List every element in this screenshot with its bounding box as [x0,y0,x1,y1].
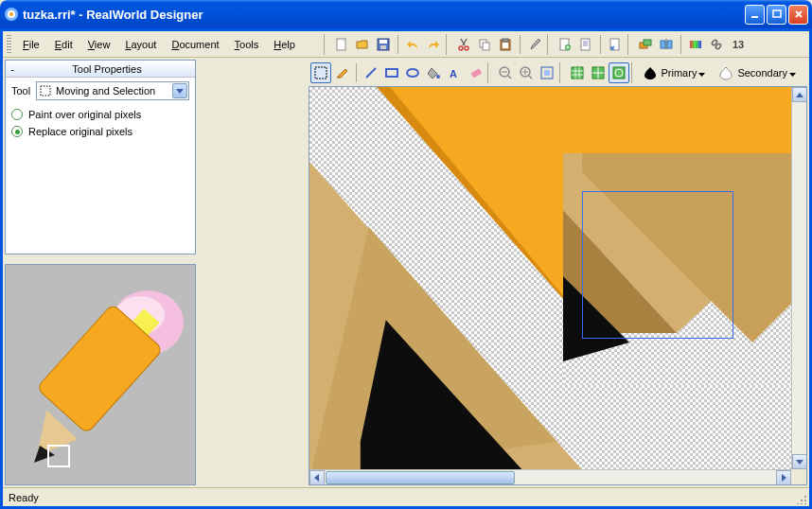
rect-icon[interactable] [381,62,402,83]
save-icon[interactable] [373,34,394,55]
app-icon [4,7,19,22]
radio-icon [11,109,23,120]
cut-icon[interactable] [453,34,474,55]
menu-file[interactable]: File [15,36,47,53]
svg-point-59 [804,503,806,504]
primary-label: Primary [662,67,697,79]
svg-rect-7 [380,40,387,44]
tool-select[interactable]: Moving and Selection [36,81,189,100]
primary-dropdown[interactable] [698,67,707,79]
doc-new-icon[interactable] [555,34,575,55]
svg-point-40 [436,75,440,79]
horizontal-splitter[interactable] [3,256,198,262]
select-rect-icon[interactable] [310,62,331,83]
redo-icon[interactable] [423,34,444,55]
secondary-color-icon [718,65,733,80]
selection-rect[interactable] [582,191,733,339]
radio-paint-over[interactable]: Paint over original pixels [11,106,189,123]
scroll-down-icon[interactable] [792,454,807,469]
zoom-fit-icon[interactable] [537,62,557,83]
preview-panel [5,264,196,485]
svg-point-58 [801,500,803,501]
svg-rect-23 [667,41,672,48]
radio-checked-icon [11,126,23,137]
svg-rect-29 [41,86,50,96]
svg-rect-21 [644,40,651,45]
layers-icon[interactable] [635,34,656,55]
menu-help[interactable]: Help [266,36,303,53]
scroll-thumb[interactable] [326,471,515,484]
flip-icon[interactable] [656,34,677,55]
paste-icon[interactable] [495,34,516,55]
pencil-icon[interactable] [331,62,352,83]
svg-point-2 [9,12,13,16]
zoom-out-icon[interactable] [495,62,516,83]
svg-text:A: A [450,68,457,79]
doc-icon[interactable] [575,34,596,55]
svg-rect-14 [503,39,508,42]
secondary-label: Secondary [737,67,787,79]
brush-icon[interactable] [524,34,545,55]
vertical-splitter[interactable] [200,58,307,487]
radio-replace[interactable]: Replace original pixels [11,123,189,140]
scrollbar-horizontal[interactable] [309,469,791,484]
zoom-in-icon[interactable] [516,62,537,83]
menu-tools[interactable]: Tools [227,36,267,53]
undo-icon[interactable] [402,34,423,55]
doc-open-icon[interactable] [605,34,626,55]
svg-rect-51 [544,70,550,76]
svg-rect-15 [503,43,508,48]
primary-color-icon [643,65,658,80]
minimize-button[interactable] [745,5,765,25]
new-icon[interactable] [331,34,352,55]
menu-layout[interactable]: Layout [117,36,164,53]
preview-image [6,266,195,483]
copy-icon[interactable] [474,34,495,55]
resize-grip-icon[interactable] [796,493,807,504]
svg-rect-25 [690,41,701,48]
titlebar: tuzka.rri* - RealWorld Designer [0,0,812,28]
scroll-left-icon[interactable] [309,470,325,485]
maximize-button[interactable] [767,5,786,25]
svg-rect-52 [572,67,583,79]
status-text: Ready [9,492,39,503]
number-icon[interactable]: 13 [727,34,748,55]
gradient-icon[interactable] [685,34,706,55]
link-icon[interactable] [706,34,727,55]
ellipse-icon[interactable] [402,62,423,83]
selection-icon [39,84,52,97]
svg-rect-18 [581,39,590,50]
tool-properties-panel: - Tool Properties Tool Moving and Select… [5,60,196,254]
menu-document[interactable]: Document [164,36,226,53]
text-icon[interactable]: A [444,62,465,83]
svg-point-60 [801,503,803,504]
close-button[interactable] [788,5,808,25]
grid-b-icon[interactable] [588,62,609,83]
editor-toolbar: A Primary Secondary [309,60,807,86]
fill-icon[interactable] [423,62,444,83]
grid-c-icon[interactable] [609,62,629,83]
scroll-up-icon[interactable] [792,87,807,102]
scrollbar-vertical[interactable] [791,87,806,469]
svg-rect-38 [386,69,397,77]
panel-title: Tool Properties [19,63,195,75]
svg-rect-8 [380,45,386,49]
collapse-button[interactable]: - [6,63,19,75]
menubar-grip[interactable] [7,35,11,54]
svg-line-37 [366,68,376,78]
menu-view[interactable]: View [80,36,118,53]
svg-line-44 [508,76,511,79]
svg-point-57 [804,500,806,501]
svg-point-9 [459,46,463,50]
eraser-icon[interactable] [465,62,485,83]
svg-point-61 [797,503,799,504]
open-icon[interactable] [352,34,373,55]
tool-value: Moving and Selection [56,85,155,97]
scroll-right-icon[interactable] [776,470,791,485]
chevron-down-icon[interactable] [172,83,187,98]
line-icon[interactable] [361,62,381,83]
canvas[interactable] [309,86,807,485]
grid-a-icon[interactable] [567,62,588,83]
menu-edit[interactable]: Edit [47,36,80,53]
secondary-dropdown[interactable] [789,67,798,79]
